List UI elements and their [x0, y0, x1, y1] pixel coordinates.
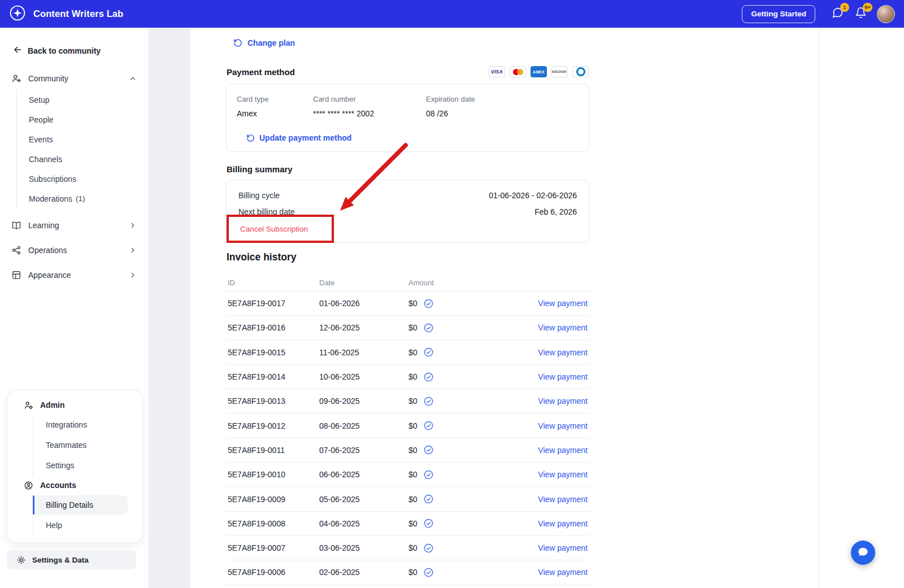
visa-icon: VISA [489, 66, 505, 77]
sidebar-item-label: Settings & Data [32, 556, 89, 564]
invoice-id: 5E7A8F19-0014 [228, 372, 319, 381]
billing-cycle-label: Billing cycle [238, 191, 280, 200]
invoice-id: 5E7A8F19-0008 [228, 519, 319, 528]
layout-icon [11, 270, 21, 280]
table-row: 5E7A8F19-0009 05-06-2025 $0 View payment [226, 487, 589, 511]
card-brand-icons: VISA AMEX DISCOVER [489, 66, 589, 77]
change-plan-link[interactable]: Change plan [233, 38, 295, 47]
paid-check-icon [424, 543, 433, 553]
view-payment-link[interactable]: View payment [538, 397, 588, 406]
sidebar-item-operations[interactable]: Operations [0, 238, 148, 263]
sidebar-item-settings-data[interactable]: Settings & Data [7, 550, 136, 569]
sidebar-item-appearance[interactable]: Appearance [0, 263, 148, 288]
sidebar-item-label: Subscriptions [29, 175, 76, 184]
cancel-subscription-link[interactable]: Cancel Subscription [240, 225, 308, 233]
app-logo-icon [9, 5, 26, 24]
column-date: Date [319, 278, 408, 287]
sidebar-item-moderations[interactable]: Moderations (1) [17, 189, 148, 208]
sidebar-item-settings[interactable]: Settings [33, 455, 137, 476]
chevron-right-icon [129, 246, 137, 254]
sidebar-item-events[interactable]: Events [17, 129, 148, 149]
payment-method-title: Payment method [227, 67, 295, 77]
layout-gutter [149, 28, 190, 588]
invoice-id: 5E7A8F19-0017 [228, 299, 319, 308]
app-window: Content Writers Lab Getting Started 1 [0, 0, 904, 588]
main-content: Change plan Payment method VISA AMEX DIS… [190, 28, 819, 588]
admin-subtree: Integrations Teammates Settings [33, 415, 137, 476]
table-row: 5E7A8F19-0017 01-06-2026 $0 View payment [226, 291, 589, 316]
view-payment-link[interactable]: View payment [538, 495, 588, 504]
view-payment-link[interactable]: View payment [538, 348, 588, 357]
view-payment-link[interactable]: View payment [538, 421, 588, 430]
sidebar-item-help[interactable]: Help [33, 515, 137, 535]
invoice-id: 5E7A8F19-0013 [228, 397, 319, 406]
card-number-value: **** **** **** 2002 [313, 109, 426, 118]
sidebar-item-label: Moderations [29, 194, 72, 203]
paid-check-icon [424, 299, 433, 308]
moderations-count: (1) [76, 194, 85, 203]
sidebar-item-billing-details[interactable]: Billing Details [33, 495, 128, 515]
invoice-amount: $0 [408, 519, 418, 528]
sidebar-item-subscriptions[interactable]: Subscriptions [17, 169, 148, 189]
invoice-id: 5E7A8F19-0012 [228, 421, 319, 430]
sidebar-item-admin[interactable]: Admin [13, 395, 137, 415]
paid-check-icon [424, 372, 433, 382]
invoice-amount: $0 [408, 543, 418, 552]
topbar: Content Writers Lab Getting Started 1 [0, 0, 904, 28]
sidebar-item-channels[interactable]: Channels [17, 149, 148, 169]
view-payment-link[interactable]: View payment [538, 323, 588, 332]
getting-started-button[interactable]: Getting Started [742, 5, 815, 23]
sidebar-item-setup[interactable]: Setup [17, 90, 148, 110]
sidebar: Back to community Community Setup Pe [0, 28, 149, 588]
user-avatar[interactable] [877, 5, 895, 23]
sidebar-item-accounts[interactable]: Accounts [13, 476, 137, 495]
invoice-date: 05-06-2025 [319, 495, 408, 504]
invoice-amount: $0 [408, 446, 418, 455]
invoice-amount: $0 [408, 299, 418, 308]
view-payment-link[interactable]: View payment [538, 543, 588, 552]
paid-check-icon [424, 519, 433, 528]
back-label: Back to community [28, 46, 101, 55]
notifications-button[interactable]: 9+ [854, 7, 867, 21]
next-billing-date-row: Next billing date Feb 6, 2026 [227, 203, 589, 220]
user-circle-icon [23, 481, 33, 490]
back-to-community-link[interactable]: Back to community [13, 45, 101, 56]
paid-check-icon [424, 323, 433, 333]
amex-icon: AMEX [531, 66, 547, 77]
user-gear-icon [23, 400, 33, 410]
share-nodes-icon [11, 245, 21, 255]
view-payment-link[interactable]: View payment [538, 372, 588, 381]
community-subtree: Setup People Events Channels Subscriptio… [16, 90, 148, 208]
invoice-date: 07-06-2025 [319, 446, 408, 455]
invoice-id: 5E7A8F19-0011 [228, 446, 319, 455]
sidebar-item-label: Teammates [46, 441, 86, 450]
card-type-label: Card type [237, 95, 313, 103]
update-payment-method-link[interactable]: Update payment method [246, 133, 351, 142]
sidebar-item-label: People [29, 115, 54, 124]
chat-bubble-filled-icon [857, 546, 869, 560]
billing-summary-title: Billing summary [227, 164, 293, 174]
chat-launcher-button[interactable] [851, 541, 875, 565]
sidebar-item-learning[interactable]: Learning [0, 213, 148, 238]
table-row: 5E7A8F19-0016 12-06-2025 $0 View payment [226, 316, 589, 340]
column-id: ID [228, 278, 319, 287]
view-payment-link[interactable]: View payment [538, 470, 588, 479]
paid-check-icon [424, 347, 433, 357]
table-row: 5E7A8F19-0014 10-06-2025 $0 View payment [226, 365, 589, 389]
sidebar-item-people[interactable]: People [17, 110, 148, 129]
sidebar-item-label: Setup [29, 95, 50, 104]
view-payment-link[interactable]: View payment [538, 446, 588, 455]
view-payment-link[interactable]: View payment [538, 299, 588, 308]
change-plan-label: Change plan [247, 38, 295, 47]
sidebar-item-label: Events [29, 135, 53, 144]
messages-button[interactable]: 1 [831, 7, 844, 21]
view-payment-link[interactable]: View payment [538, 519, 588, 528]
mastercard-icon [510, 66, 526, 77]
sidebar-item-teammates[interactable]: Teammates [33, 435, 137, 455]
table-row: 5E7A8F19-0006 02-06-2025 $0 View payment [226, 560, 589, 585]
sidebar-item-integrations[interactable]: Integrations [33, 415, 137, 435]
brand: Content Writers Lab [9, 5, 123, 24]
view-payment-link[interactable]: View payment [538, 568, 588, 577]
table-header: ID Date Amount [226, 274, 589, 291]
sidebar-item-community[interactable]: Community [0, 67, 148, 90]
